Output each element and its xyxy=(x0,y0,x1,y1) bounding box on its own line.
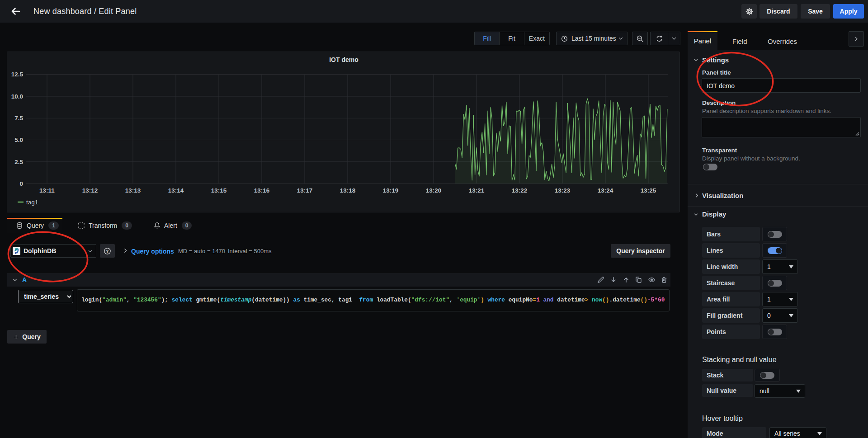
svg-text:13:14: 13:14 xyxy=(168,187,184,194)
svg-text:10.0: 10.0 xyxy=(11,93,23,100)
svg-text:2.5: 2.5 xyxy=(14,159,23,165)
svg-text:7.5: 7.5 xyxy=(14,115,23,122)
svg-text:13:12: 13:12 xyxy=(82,187,98,194)
svg-text:13:13: 13:13 xyxy=(125,187,141,194)
svg-text:tag1: tag1 xyxy=(26,199,38,206)
svg-text:5.0: 5.0 xyxy=(14,137,23,143)
svg-text:13:23: 13:23 xyxy=(555,187,571,194)
svg-text:?: ? xyxy=(106,248,109,253)
svg-text:13:11: 13:11 xyxy=(39,187,55,194)
svg-text:13:19: 13:19 xyxy=(383,187,399,194)
svg-text:12.5: 12.5 xyxy=(11,71,24,78)
svg-text:13:21: 13:21 xyxy=(469,187,485,194)
svg-text:13:15: 13:15 xyxy=(211,187,227,194)
svg-text:13:22: 13:22 xyxy=(512,187,528,194)
svg-text:13:24: 13:24 xyxy=(598,187,613,194)
svg-text:13:25: 13:25 xyxy=(641,187,656,194)
svg-text:13:16: 13:16 xyxy=(254,187,270,194)
svg-text:13:17: 13:17 xyxy=(297,187,313,194)
svg-text:0: 0 xyxy=(19,180,23,187)
svg-text:13:18: 13:18 xyxy=(340,187,356,194)
svg-text:13:20: 13:20 xyxy=(426,187,442,194)
